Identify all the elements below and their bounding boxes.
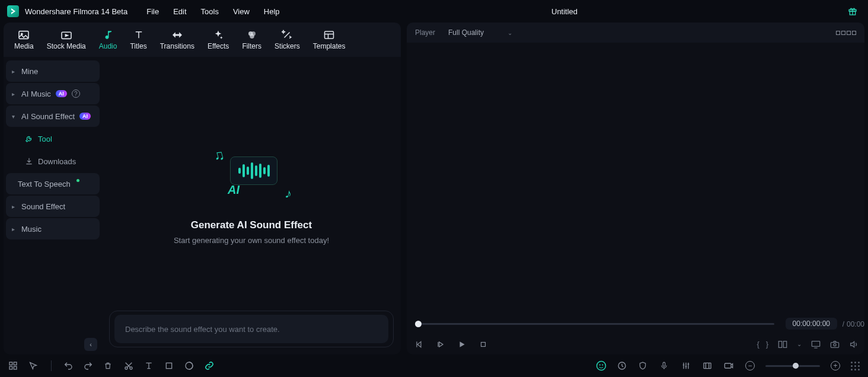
- current-time[interactable]: 00:00:00:00: [786, 318, 837, 330]
- tab-filters[interactable]: Filters: [242, 30, 261, 50]
- timeline-options-icon[interactable]: [851, 362, 860, 370]
- delete-button[interactable]: [104, 361, 114, 370]
- menu-tools[interactable]: Tools: [201, 7, 219, 16]
- music-note-icon: [102, 30, 114, 40]
- display-icon[interactable]: [811, 340, 821, 349]
- menu-help[interactable]: Help: [264, 7, 280, 16]
- player-label: Player: [415, 28, 435, 37]
- sidebar-item-tts[interactable]: Text To Speech: [6, 173, 100, 194]
- compare-icon[interactable]: [778, 340, 787, 349]
- volume-icon[interactable]: [849, 340, 859, 349]
- sidebar-item-mine[interactable]: ▸ Mine: [6, 60, 100, 82]
- tab-stickers[interactable]: Stickers: [275, 30, 300, 50]
- sidebar-item-ai-sound-effect[interactable]: ▾ AI Sound Effect AI: [6, 106, 100, 127]
- tab-titles[interactable]: Titles: [130, 30, 146, 50]
- svg-point-25: [599, 364, 601, 365]
- ai-badge: AI: [79, 113, 91, 120]
- tab-media[interactable]: Media: [14, 30, 34, 50]
- record-icon[interactable]: [724, 362, 735, 370]
- svg-rect-13: [812, 341, 819, 346]
- zoom-in-button[interactable]: +: [831, 361, 840, 370]
- zoom-out-button[interactable]: −: [745, 361, 755, 370]
- svg-rect-30: [725, 363, 731, 368]
- marker-icon[interactable]: [703, 362, 713, 370]
- chevron-right-icon: ▸: [12, 68, 17, 75]
- mic-icon[interactable]: [660, 361, 671, 370]
- sidebar-sub-downloads[interactable]: Downloads: [6, 151, 100, 172]
- collapse-sidebar-button[interactable]: ‹: [84, 338, 97, 351]
- tab-transitions[interactable]: Transitions: [160, 30, 194, 50]
- snapshot-icon[interactable]: [830, 340, 840, 349]
- audio-mixer-icon[interactable]: [681, 361, 692, 370]
- text-tool-button[interactable]: [144, 361, 155, 370]
- player-viewport: 00:00:00:00 / 00:00 { } ⌄: [407, 43, 864, 354]
- svg-rect-19: [14, 366, 17, 369]
- filters-icon: [246, 30, 258, 40]
- audio-sidebar: ▸ Mine ▸ AI Music AI ? ▾ AI Sound Effect…: [4, 57, 102, 354]
- sidebar-item-music[interactable]: ▸ Music: [6, 218, 100, 239]
- sidebar-item-ai-music[interactable]: ▸ AI Music AI ?: [6, 83, 100, 104]
- menu-edit[interactable]: Edit: [173, 7, 186, 16]
- tab-templates[interactable]: Templates: [313, 30, 346, 50]
- sidebar-sub-tool[interactable]: Tool: [6, 128, 100, 149]
- document-title[interactable]: Untitled: [551, 7, 577, 16]
- tab-effects[interactable]: Effects: [208, 30, 229, 50]
- svg-rect-12: [783, 341, 786, 347]
- promo-illustration: ♫ AI ♪: [210, 146, 293, 205]
- chevron-down-icon[interactable]: ⌄: [797, 341, 802, 347]
- transitions-icon: [171, 30, 183, 40]
- svg-rect-28: [663, 362, 665, 366]
- gift-icon[interactable]: [848, 7, 857, 16]
- seek-thumb[interactable]: [415, 321, 422, 327]
- svg-rect-22: [166, 363, 171, 368]
- chevron-right-icon: ▸: [12, 226, 17, 232]
- zoom-slider[interactable]: [765, 365, 820, 367]
- timeline-toolbar: − +: [0, 354, 868, 377]
- folder-play-icon: [60, 30, 72, 40]
- layout-grid-icon[interactable]: [836, 31, 856, 35]
- svg-rect-8: [325, 31, 334, 39]
- music-note-icon: ♫: [212, 146, 226, 165]
- ai-sound-effect-content: ♫ AI ♪ Generate AI Sound Effect Start ge…: [102, 57, 401, 354]
- chevron-right-icon: ▸: [12, 203, 17, 210]
- sound-effect-prompt-input[interactable]: [114, 315, 388, 343]
- redo-button[interactable]: [84, 361, 94, 370]
- playback-controls: [415, 340, 490, 349]
- link-button[interactable]: [205, 361, 215, 370]
- sidebar-item-sound-effect[interactable]: ▸ Sound Effect: [6, 196, 100, 217]
- svg-rect-14: [831, 342, 838, 347]
- undo-button[interactable]: [63, 361, 74, 370]
- step-back-button[interactable]: [436, 340, 447, 349]
- prev-frame-button[interactable]: [415, 340, 426, 349]
- music-note-icon: ♪: [283, 186, 293, 202]
- media-tab-strip: Media Stock Media Audio Titles Transitio…: [4, 23, 401, 57]
- tab-audio[interactable]: Audio: [99, 30, 117, 50]
- menu-view[interactable]: View: [233, 7, 250, 16]
- quality-selector[interactable]: Full Quality ⌄: [448, 28, 512, 37]
- menu-file[interactable]: File: [146, 7, 159, 16]
- player-header: Player Full Quality ⌄: [407, 23, 864, 43]
- tab-stock-media[interactable]: Stock Media: [47, 30, 86, 50]
- apps-icon[interactable]: [8, 361, 19, 370]
- cut-button[interactable]: [124, 361, 135, 370]
- color-button[interactable]: [184, 361, 195, 370]
- text-icon: [133, 30, 145, 40]
- help-icon[interactable]: ?: [72, 90, 80, 98]
- markers-icon[interactable]: { }: [757, 340, 768, 349]
- cursor-icon[interactable]: [28, 361, 39, 370]
- download-icon: [25, 157, 33, 165]
- media-panel: Media Stock Media Audio Titles Transitio…: [4, 23, 401, 354]
- svg-point-26: [602, 364, 603, 365]
- ai-assistant-icon[interactable]: [596, 360, 607, 371]
- play-button[interactable]: [458, 340, 468, 349]
- crop-button[interactable]: [164, 361, 175, 370]
- svg-point-7: [250, 34, 254, 39]
- svg-rect-11: [778, 341, 781, 347]
- stop-button[interactable]: [479, 340, 490, 349]
- seek-bar[interactable]: [415, 323, 774, 325]
- shield-icon[interactable]: [639, 361, 649, 370]
- wand-icon: [281, 30, 293, 40]
- zoom-thumb[interactable]: [793, 363, 799, 369]
- player-panel: Player Full Quality ⌄ 00:00:00:00 / 00:0…: [407, 23, 864, 354]
- speed-icon[interactable]: [617, 361, 628, 370]
